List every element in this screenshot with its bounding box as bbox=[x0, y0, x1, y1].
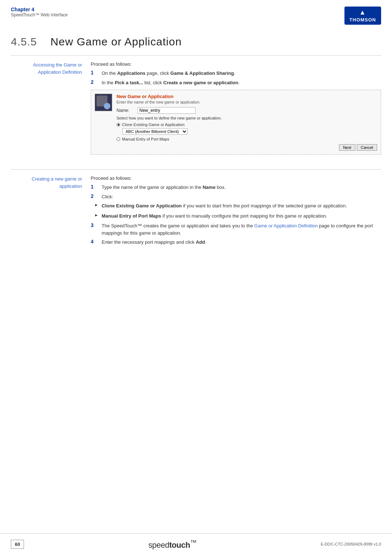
footer-brand: speedtouch™ bbox=[148, 539, 197, 550]
footer-page-number: 60 bbox=[11, 540, 24, 549]
step-1-1: 1 On the Applications page, click Game &… bbox=[91, 70, 381, 77]
ui-button-row: Next Cancel bbox=[117, 144, 377, 151]
page-footer: 60 speedtouch™ E-DOC-CTC-20050429-0099 v… bbox=[0, 533, 392, 555]
section-divider-mid bbox=[11, 169, 381, 170]
proceed-text-2: Proceed as follows: bbox=[91, 175, 381, 181]
ui-name-field-row: Name: bbox=[117, 107, 377, 114]
ui-name-label: Name: bbox=[117, 108, 135, 113]
sub-step-text-2: Manual Entry of Port Maps if you want to… bbox=[102, 212, 327, 220]
footer-brand-tm: ™ bbox=[190, 539, 197, 546]
step-text-1: On the Applications page, click Game & A… bbox=[102, 70, 235, 77]
ui-radio1-row[interactable]: Clone Existing Game or Application bbox=[117, 122, 377, 127]
next-button[interactable]: Next bbox=[339, 144, 355, 151]
chapter-subtitle: SpeedTouch™ Web Interface bbox=[11, 12, 68, 17]
ui-select-row: ABC (Another Bittorent Client) bbox=[122, 128, 377, 135]
step-text-2-3: The SpeedTouch™ creates the game or appl… bbox=[102, 222, 381, 236]
step-text-2-4: Enter the necessary port mappings and cl… bbox=[102, 239, 206, 246]
page-header: Chapter 4 SpeedTouch™ Web Interface ▲ TH… bbox=[0, 0, 392, 25]
steps-list-2: 1 Type the name of the game or applicati… bbox=[91, 184, 381, 200]
footer-brand-touch: touch bbox=[169, 540, 190, 550]
step-2-3: 3 The SpeedTouch™ creates the game or ap… bbox=[91, 222, 381, 236]
section-creating-label: Creating a new game or application bbox=[11, 175, 91, 248]
step-number-2-2: 2 bbox=[91, 193, 99, 199]
step-text-2-1: Type the name of the game or application… bbox=[102, 184, 226, 191]
section-accessing: Accessing the Game or Application Defini… bbox=[11, 61, 381, 158]
page-title: 4.5.5 New Game or Application bbox=[11, 36, 381, 48]
ui-radio-clone[interactable] bbox=[117, 123, 120, 126]
ui-define-text: Select how you want to define the new ga… bbox=[117, 116, 377, 120]
footer-doc-number: E-DOC-CTC-20050429-0099 v1.0 bbox=[321, 542, 381, 546]
step-number-2-1: 1 bbox=[91, 184, 99, 190]
footer-brand-speed: speed bbox=[148, 540, 169, 550]
sub-step-2: ► Manual Entry of Port Maps if you want … bbox=[94, 212, 381, 220]
ui-app-select[interactable]: ABC (Another Bittorent Client) bbox=[122, 128, 188, 135]
ui-name-input[interactable] bbox=[138, 107, 196, 114]
main-content: Accessing the Game or Application Defini… bbox=[0, 55, 392, 248]
ui-form-subtitle: Enter the name of the new game or applic… bbox=[117, 100, 377, 104]
proceed-text-1: Proceed as follows: bbox=[91, 61, 381, 67]
sub-steps-list: ► Clone Existing Game or Application if … bbox=[94, 202, 381, 219]
step-1-2: 2 In the Pick a task... list, click Crea… bbox=[91, 79, 381, 86]
header-left: Chapter 4 SpeedTouch™ Web Interface bbox=[11, 7, 68, 17]
ui-radio2-row[interactable]: Manual Entry of Port Maps bbox=[117, 137, 377, 141]
step-number-2-4: 4 bbox=[91, 239, 99, 244]
cancel-button[interactable]: Cancel bbox=[357, 144, 377, 151]
sub-step-1: ► Clone Existing Game or Application if … bbox=[94, 202, 381, 210]
step-number-1: 1 bbox=[91, 70, 99, 76]
step-text-2: In the Pick a task... list, click Create… bbox=[102, 79, 240, 86]
ui-radio2-label: Manual Entry of Port Maps bbox=[122, 137, 169, 141]
page-title-text: New Game or Application bbox=[50, 36, 182, 48]
section-accessing-label: Accessing the Game or Application Defini… bbox=[11, 61, 91, 158]
ui-form-title: New Game or Application bbox=[117, 94, 377, 99]
sub-step-text-1: Clone Existing Game or Application if yo… bbox=[102, 202, 347, 210]
sub-arrow-2: ► bbox=[94, 213, 99, 217]
step-2-4: 4 Enter the necessary port mappings and … bbox=[91, 239, 381, 246]
step-2-2: 2 Click: bbox=[91, 193, 381, 200]
step-text-2-2: Click: bbox=[102, 193, 113, 200]
steps-list-2b: 3 The SpeedTouch™ creates the game or ap… bbox=[91, 222, 381, 246]
thomson-logo: ▲ THOMSON bbox=[344, 7, 381, 25]
step-number-2: 2 bbox=[91, 79, 99, 85]
steps-list-1: 1 On the Applications page, click Game &… bbox=[91, 70, 381, 86]
sub-arrow-1: ► bbox=[94, 203, 99, 207]
section-accessing-content: Proceed as follows: 1 On the Application… bbox=[91, 61, 381, 158]
page-title-number: 4.5.5 bbox=[11, 36, 37, 48]
ui-form: New Game or Application Enter the name o… bbox=[117, 94, 377, 151]
page-title-section: 4.5.5 New Game or Application bbox=[0, 25, 392, 55]
ui-app-icon bbox=[95, 94, 112, 111]
section-creating-content: Proceed as follows: 1 Type the name of t… bbox=[91, 175, 381, 248]
step-number-2-3: 3 bbox=[91, 222, 99, 228]
ui-screenshot-box: New Game or Application Enter the name o… bbox=[91, 90, 381, 155]
ui-radio-manual[interactable] bbox=[117, 137, 120, 141]
step-2-1: 1 Type the name of the game or applicati… bbox=[91, 184, 381, 191]
ui-radio1-label: Clone Existing Game or Application bbox=[122, 122, 184, 127]
section-divider-top bbox=[11, 55, 381, 56]
thomson-logo-icon: ▲ bbox=[359, 9, 366, 16]
thomson-logo-text: THOMSON bbox=[350, 17, 376, 23]
game-app-def-link[interactable]: Game or Application Definition bbox=[254, 223, 318, 228]
chapter-label: Chapter 4 bbox=[11, 7, 68, 12]
section-creating: Creating a new game or application Proce… bbox=[11, 175, 381, 248]
